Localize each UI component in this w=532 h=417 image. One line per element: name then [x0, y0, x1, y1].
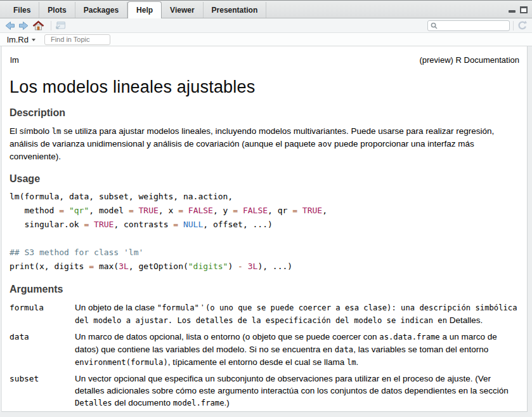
- back-arrow-icon: [4, 21, 15, 30]
- argument-description: Un objeto de la clase "formula" ’ (o uno…: [75, 301, 520, 327]
- argument-name: formula: [10, 301, 75, 327]
- home-button[interactable]: [32, 20, 44, 30]
- minimize-pane-icon[interactable]: [509, 10, 516, 13]
- doc-topic-name: lm: [10, 55, 19, 65]
- arguments-table: formula Un objeto de la clase "formula" …: [10, 301, 520, 412]
- tab-packages[interactable]: Packages: [75, 2, 127, 18]
- chevron-down-icon: [32, 39, 36, 41]
- search-input[interactable]: [439, 21, 507, 30]
- tab-presentation[interactable]: Presentation: [204, 2, 267, 18]
- argument-description: Un marco de datos opcional, lista o ento…: [75, 331, 520, 369]
- search-icon: [431, 22, 438, 29]
- help-pane: Files Plots Packages Help Viewer Present…: [0, 0, 532, 412]
- usage-heading: Usage: [10, 173, 520, 185]
- pane-window-controls: [509, 6, 528, 13]
- doc-source-label: (preview) R Documentation: [419, 55, 519, 65]
- back-button[interactable]: [4, 21, 15, 30]
- pane-tabbar: Files Plots Packages Help Viewer Present…: [0, 0, 532, 18]
- tab-viewer[interactable]: Viewer: [162, 2, 203, 18]
- forward-button[interactable]: [18, 21, 29, 30]
- page-title: Los modelos lineales ajustables: [10, 77, 520, 97]
- tab-files-label: Files: [13, 6, 30, 15]
- tab-viewer-label: Viewer: [170, 6, 194, 15]
- argument-row-formula: formula Un objeto de la clase "formula" …: [10, 301, 520, 327]
- description-heading: Description: [10, 107, 520, 119]
- help-topic-bar: lm.Rd: [0, 33, 532, 46]
- argument-row-data: data Un marco de datos opcional, lista o…: [10, 331, 520, 369]
- maximize-pane-icon[interactable]: [520, 6, 528, 13]
- tab-help-label: Help: [136, 6, 153, 15]
- tab-plots[interactable]: Plots: [39, 2, 75, 18]
- toolbar-separator: [513, 21, 514, 30]
- tab-help[interactable]: Help: [127, 1, 162, 18]
- show-in-new-window-button[interactable]: [55, 21, 66, 30]
- argument-name: data: [10, 331, 75, 369]
- argument-description: Un vector opcional que especifica un sub…: [75, 373, 520, 409]
- help-search-box[interactable]: [427, 20, 510, 31]
- tab-packages-label: Packages: [84, 6, 119, 15]
- description-paragraph: El símbolo lm se utiliza para ajustar mo…: [10, 125, 520, 163]
- argument-row-subset: subset Un vector opcional que especifica…: [10, 373, 520, 409]
- find-in-topic-input[interactable]: [44, 34, 110, 45]
- usage-code-block: lm(formula, data, subset, weights, na.ac…: [10, 190, 520, 274]
- toolbar-separator: [51, 21, 51, 30]
- arguments-heading: Arguments: [10, 284, 520, 295]
- refresh-button[interactable]: [517, 20, 528, 30]
- tab-plots-label: Plots: [48, 6, 66, 15]
- tab-presentation-label: Presentation: [212, 6, 258, 15]
- tab-files[interactable]: Files: [5, 2, 39, 18]
- home-icon: [32, 20, 44, 30]
- show-in-new-window-icon: [55, 21, 66, 30]
- argument-name: subset: [10, 373, 75, 409]
- topic-selector[interactable]: lm.Rd: [7, 35, 36, 44]
- refresh-icon: [517, 20, 528, 30]
- doc-meta-row: lm (preview) R Documentation: [10, 55, 519, 65]
- help-document: lm (preview) R Documentation Los modelos…: [1, 46, 528, 412]
- topic-label: lm.Rd: [7, 35, 29, 44]
- help-toolbar: [0, 18, 532, 33]
- forward-arrow-icon: [18, 21, 29, 30]
